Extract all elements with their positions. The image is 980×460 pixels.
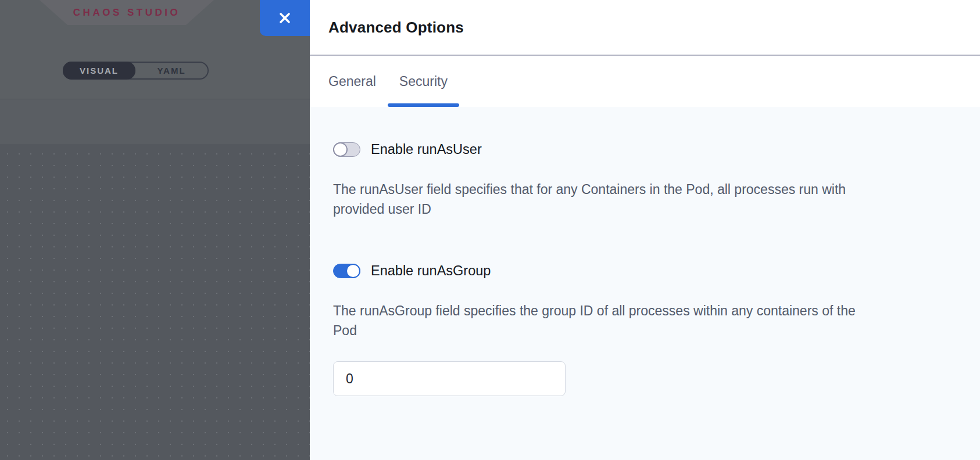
run-as-user-description: The runAsUser field specifies that for a…: [333, 179, 877, 219]
tab-general[interactable]: General: [317, 56, 388, 107]
tab-general-label: General: [328, 74, 376, 89]
run-as-group-toggle-row: Enable runAsGroup: [333, 263, 957, 279]
run-as-group-toggle-label: Enable runAsGroup: [371, 263, 491, 279]
dimmed-background-app: CHAOS STUDIO VISUAL YAML: [0, 0, 310, 460]
toggle-knob: [333, 142, 348, 157]
close-drawer-button[interactable]: [260, 0, 310, 36]
run-as-group-value-input[interactable]: [333, 361, 566, 396]
tab-active-underline: [388, 103, 459, 107]
run-as-user-toggle-label: Enable runAsUser: [371, 142, 482, 157]
run-as-group-section: Enable runAsGroup The runAsGroup field s…: [333, 263, 957, 396]
close-icon: [278, 11, 292, 25]
run-as-user-toggle-row: Enable runAsUser: [333, 142, 957, 157]
toggle-knob: [346, 264, 360, 278]
visual-tab[interactable]: VISUAL: [63, 62, 135, 80]
drawer-title: Advanced Options: [328, 19, 464, 37]
advanced-options-drawer: Advanced Options General Security Enable…: [310, 0, 980, 460]
drawer-header: Advanced Options: [310, 0, 980, 56]
tab-security[interactable]: Security: [388, 56, 459, 107]
visual-yaml-switch[interactable]: VISUAL YAML: [63, 62, 209, 80]
chaos-studio-logo-banner: CHAOS STUDIO: [40, 0, 214, 25]
run-as-user-section: Enable runAsUser The runAsUser field spe…: [333, 142, 957, 219]
chaos-studio-logo-text: CHAOS STUDIO: [73, 7, 180, 19]
run-as-user-toggle[interactable]: [333, 142, 360, 157]
run-as-group-toggle[interactable]: [333, 264, 360, 278]
security-tab-content: Enable runAsUser The runAsUser field spe…: [310, 107, 980, 460]
yaml-tab[interactable]: YAML: [135, 63, 208, 78]
app-toolbar: [0, 100, 310, 144]
workflow-canvas-dot-grid: [0, 144, 310, 460]
drawer-tabbar: General Security: [310, 56, 980, 107]
run-as-group-description: The runAsGroup field specifies the group…: [333, 301, 877, 340]
tab-security-label: Security: [399, 74, 448, 89]
